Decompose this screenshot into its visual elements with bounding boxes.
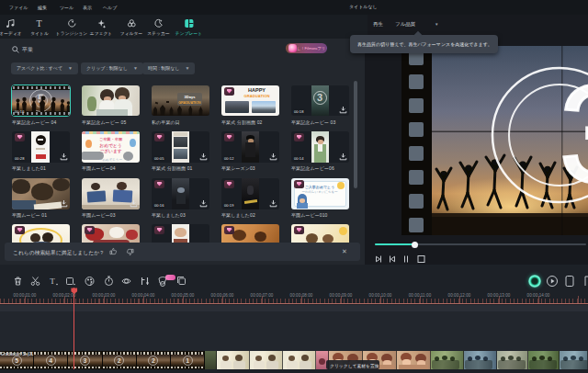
svg-text:T: T (50, 277, 55, 286)
svg-text:T: T (37, 18, 42, 28)
svg-text:3: 3 (559, 57, 588, 211)
